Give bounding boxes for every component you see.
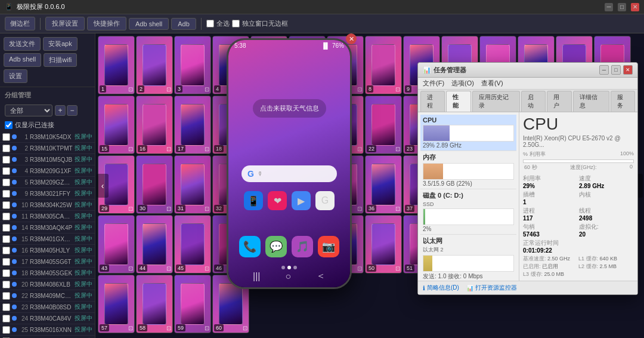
device-list-item[interactable]: 18 R38M405SGEK 投屏中: [0, 268, 95, 279]
device-thumbnail[interactable]: 50⊡: [365, 215, 402, 274]
thumbnail-expand-icon[interactable]: ⊡: [166, 205, 171, 212]
phone-nav-home[interactable]: ○: [285, 271, 291, 282]
show-online-checkbox[interactable]: [5, 121, 13, 129]
sidebar-toggle-button[interactable]: 侧边栏: [5, 17, 35, 30]
settings-button[interactable]: 设置: [4, 69, 27, 83]
close-button[interactable]: ✕: [631, 3, 639, 11]
thumbnail-expand-icon[interactable]: ⊡: [357, 146, 362, 152]
device-list-item[interactable]: 5 R38M209GZXW 投屏中: [0, 177, 95, 188]
tm-resource-item-以太网[interactable]: 以太网以太网 2 发送: 1.0 接收: 0 Mbps: [420, 235, 516, 281]
tm-menu-options[interactable]: 选项(O): [451, 79, 474, 88]
tm-resource-item-内存[interactable]: 内存 3.5/15.9 GB (22%): [420, 151, 516, 189]
device-thumbnail[interactable]: 43⊡: [98, 215, 135, 274]
thumbnail-expand-icon[interactable]: ⊡: [166, 325, 171, 331]
thumbnail-expand-icon[interactable]: ⊡: [205, 265, 209, 272]
app-icon-play[interactable]: ▶: [292, 191, 311, 210]
device-thumbnail[interactable]: 31⊡: [174, 155, 211, 214]
tm-tab-应用历史记录[interactable]: 应用历史记录: [472, 91, 520, 112]
device-list-item[interactable]: 4 R38M209G1XF 投屏中: [0, 165, 95, 177]
phone-nav-menu[interactable]: |||: [253, 271, 260, 282]
device-checkbox[interactable]: [2, 145, 10, 152]
device-checkbox[interactable]: [2, 213, 10, 220]
phone-search-bar[interactable]: G 🎙: [242, 165, 337, 182]
device-thumbnail[interactable]: 44⊡: [136, 215, 173, 274]
device-checkbox[interactable]: [2, 326, 10, 334]
thumbnail-expand-icon[interactable]: ⊡: [205, 146, 209, 152]
minimize-button[interactable]: ─: [605, 3, 613, 11]
device-checkbox[interactable]: [2, 247, 10, 254]
device-checkbox[interactable]: [2, 292, 10, 300]
phone-nav-back[interactable]: ＜: [316, 270, 326, 282]
device-checkbox[interactable]: [2, 224, 10, 232]
tm-tab-用户[interactable]: 用户: [547, 91, 571, 112]
tm-tab-进程[interactable]: 进程: [420, 91, 445, 112]
device-list-item[interactable]: 25 R38M5016XNN 投屏中: [0, 324, 95, 336]
device-thumbnail[interactable]: 8⊡: [365, 36, 402, 94]
sidebar-adb-shell-button[interactable]: Adb shell: [4, 53, 41, 67]
thumbnail-expand-icon[interactable]: ⊡: [166, 265, 171, 272]
phone-weather-text[interactable]: 点击来获取天气信息: [253, 99, 326, 118]
tm-minimize-button[interactable]: ─: [599, 65, 609, 75]
device-thumbnail[interactable]: 36⊡: [365, 155, 402, 214]
device-list-item[interactable]: 10 R38M304K25W 投屏中: [0, 199, 95, 211]
device-checkbox[interactable]: [2, 190, 10, 198]
thumbnail-expand-icon[interactable]: ⊡: [395, 265, 400, 272]
device-thumbnail[interactable]: 58⊡: [136, 275, 173, 333]
app-icon-red[interactable]: ❤: [268, 191, 287, 210]
device-list-item[interactable]: 15 R38M401GXZW 投屏中: [0, 233, 95, 245]
thumbnail-expand-icon[interactable]: ⊡: [166, 146, 171, 152]
device-thumbnail[interactable]: 1⊡: [98, 36, 135, 94]
open-monitor-link[interactable]: 📊 打开资源监控器: [466, 284, 517, 292]
borderless-check[interactable]: 独立窗口无边框: [232, 19, 288, 28]
device-thumbnail[interactable]: 3⊡: [174, 36, 211, 94]
thumbnail-expand-icon[interactable]: ⊡: [128, 86, 133, 93]
device-thumbnail[interactable]: 2⊡: [136, 36, 173, 94]
projection-settings-button[interactable]: 投屏设置: [45, 17, 85, 30]
thumbnail-expand-icon[interactable]: ⊡: [395, 86, 400, 93]
tm-resource-item-CPU[interactable]: CPU 29% 2.89 GHz: [420, 115, 516, 151]
remove-group-button[interactable]: −: [67, 105, 78, 116]
device-list-item[interactable]: 3 R38M10M5QJB 投屏中: [0, 154, 95, 165]
thumbnail-expand-icon[interactable]: ⊡: [357, 265, 362, 272]
device-thumbnail[interactable]: 22⊡: [365, 96, 402, 154]
device-checkbox[interactable]: [2, 133, 10, 141]
tm-tab-服务[interactable]: 服务: [611, 91, 635, 112]
dock-icon-chat[interactable]: 💬: [265, 236, 287, 257]
add-group-button[interactable]: +: [55, 105, 66, 116]
device-checkbox[interactable]: [2, 201, 10, 209]
device-checkbox[interactable]: [2, 167, 10, 175]
app-icon-google[interactable]: G: [315, 191, 335, 210]
device-list-item[interactable]: 9 R38M3021FFY 投屏中: [0, 188, 95, 199]
tm-resource-item-磁盘 0 (C: D:)[interactable]: 磁盘 0 (C: D:)SSD 2%: [420, 189, 516, 235]
thumbnail-expand-icon[interactable]: ⊡: [395, 205, 400, 212]
dock-icon-camera[interactable]: 📷: [318, 236, 339, 257]
device-list-item[interactable]: 23 R38M40B08SD 投屏中: [0, 302, 95, 313]
scan-wifi-button[interactable]: 扫描wifi: [44, 53, 77, 67]
select-all-checkbox[interactable]: [206, 20, 214, 27]
thumbnail-expand-icon[interactable]: ⊡: [205, 205, 209, 212]
thumbnail-expand-icon[interactable]: ⊡: [128, 205, 133, 212]
dock-icon-phone[interactable]: 📞: [239, 236, 261, 257]
maximize-button[interactable]: □: [618, 3, 626, 11]
device-list-item[interactable]: 26 R38M502MAPT 投屏中: [0, 336, 95, 338]
device-thumbnail[interactable]: 17⊡: [174, 96, 211, 154]
device-list-item[interactable]: 14 R38M30AQK4P 投屏中: [0, 222, 95, 233]
simple-info-link[interactable]: ℹ 简略信息(D): [423, 284, 459, 292]
device-thumbnail[interactable]: 16⊡: [136, 96, 173, 154]
device-list-item[interactable]: 17 R38M405SG6T 投屏中: [0, 256, 95, 268]
device-thumbnail[interactable]: 15⊡: [98, 96, 135, 154]
select-all-check[interactable]: 全选: [206, 19, 230, 28]
nav-prev-button[interactable]: ‹: [97, 174, 109, 198]
device-checkbox[interactable]: [2, 156, 10, 164]
thumbnail-expand-icon[interactable]: ⊡: [166, 86, 171, 93]
device-list-item[interactable]: 1 R38M10K54DX 投屏中: [0, 131, 95, 143]
thumbnail-expand-icon[interactable]: ⊡: [357, 86, 362, 93]
quick-actions-button[interactable]: 快捷操作: [87, 17, 126, 30]
device-checkbox[interactable]: [2, 179, 10, 186]
device-list-item[interactable]: 20 R38M4086XLB 投屏中: [0, 279, 95, 290]
device-checkbox[interactable]: [2, 315, 10, 322]
group-select[interactable]: 全部: [5, 105, 52, 116]
device-thumbnail[interactable]: 30⊡: [136, 155, 173, 214]
send-file-button[interactable]: 发送文件: [4, 37, 41, 51]
thumbnail-expand-icon[interactable]: ⊡: [205, 325, 209, 331]
